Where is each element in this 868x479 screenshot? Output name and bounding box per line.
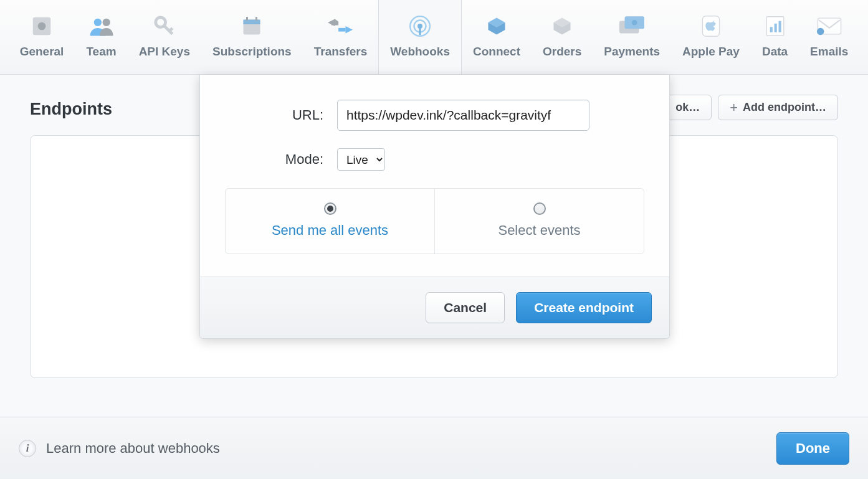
svg-point-2 bbox=[93, 18, 101, 26]
orders-icon bbox=[550, 14, 575, 39]
tab-emails[interactable]: Emails bbox=[799, 0, 859, 74]
info-icon: i bbox=[19, 440, 36, 457]
tab-orders[interactable]: Orders bbox=[532, 0, 593, 74]
calendar-icon bbox=[239, 14, 264, 39]
create-endpoint-button[interactable]: Create endpoint bbox=[516, 292, 652, 323]
svg-rect-11 bbox=[339, 27, 346, 31]
tab-label: Transfers bbox=[314, 45, 368, 59]
tab-subscriptions[interactable]: Subscriptions bbox=[201, 0, 303, 74]
tab-label: Orders bbox=[543, 45, 581, 59]
endpoint-toolbar: ok… + Add endpoint… bbox=[664, 95, 838, 120]
tab-api-keys[interactable]: API Keys bbox=[128, 0, 201, 74]
cancel-button[interactable]: Cancel bbox=[426, 292, 505, 323]
transfers-icon bbox=[328, 14, 353, 39]
svg-rect-21 bbox=[770, 27, 772, 32]
team-icon bbox=[89, 14, 114, 39]
apple-icon bbox=[699, 14, 723, 39]
button-label: Add endpoint… bbox=[743, 101, 826, 114]
svg-rect-23 bbox=[778, 21, 781, 32]
tab-apple-pay[interactable]: Apple Pay bbox=[671, 0, 751, 74]
svg-point-25 bbox=[817, 27, 824, 34]
partial-button[interactable]: ok… bbox=[664, 95, 712, 120]
tab-label: Apple Pay bbox=[682, 45, 740, 59]
tab-label: Subscriptions bbox=[212, 45, 292, 59]
tab-webhooks[interactable]: Webhooks bbox=[378, 0, 462, 74]
tab-label: Connect bbox=[473, 45, 520, 59]
svg-rect-7 bbox=[246, 17, 248, 21]
done-button[interactable]: Done bbox=[776, 432, 849, 465]
tab-payments[interactable]: Payments bbox=[593, 0, 671, 74]
send-all-events-option[interactable]: Send me all events bbox=[226, 189, 434, 254]
url-label: URL: bbox=[225, 107, 337, 123]
mode-label: Mode: bbox=[225, 151, 337, 168]
tab-team[interactable]: Team bbox=[75, 0, 127, 74]
svg-rect-8 bbox=[255, 17, 257, 21]
payments-icon bbox=[619, 14, 644, 39]
tab-label: Webhooks bbox=[390, 45, 450, 59]
tab-label: Payments bbox=[604, 45, 660, 59]
footer-bar: i Learn more about webhooks Done bbox=[0, 417, 868, 479]
button-label: Cancel bbox=[444, 300, 487, 315]
learn-more-link[interactable]: Learn more about webhooks bbox=[46, 440, 220, 457]
email-icon bbox=[817, 14, 842, 39]
option-label: Select events bbox=[498, 222, 580, 239]
modal-body: URL: Mode: Live Send me all events Selec… bbox=[200, 75, 669, 254]
add-endpoint-modal: URL: Mode: Live Send me all events Selec… bbox=[199, 75, 670, 339]
svg-rect-15 bbox=[419, 26, 421, 35]
event-mode-choice: Send me all events Select events bbox=[225, 188, 644, 254]
url-input[interactable] bbox=[337, 100, 589, 131]
radio-icon bbox=[324, 202, 336, 215]
mode-select[interactable]: Live bbox=[337, 148, 385, 171]
tab-label: Data bbox=[762, 45, 788, 59]
svg-point-18 bbox=[632, 20, 637, 26]
modal-footer: Cancel Create endpoint bbox=[200, 277, 669, 338]
key-icon bbox=[152, 14, 177, 39]
svg-rect-6 bbox=[244, 19, 260, 24]
svg-point-3 bbox=[102, 18, 110, 26]
button-label: Done bbox=[796, 440, 830, 456]
tab-label: Team bbox=[86, 45, 116, 59]
tab-general[interactable]: General bbox=[9, 0, 75, 74]
connect-icon bbox=[484, 14, 509, 39]
tab-connect[interactable]: Connect bbox=[462, 0, 532, 74]
add-endpoint-button[interactable]: + Add endpoint… bbox=[718, 95, 838, 120]
button-label: Create endpoint bbox=[534, 300, 634, 315]
tab-label: General bbox=[20, 45, 64, 59]
option-label: Send me all events bbox=[272, 222, 388, 239]
tab-label: API Keys bbox=[139, 45, 190, 59]
tab-transfers[interactable]: Transfers bbox=[303, 0, 379, 74]
svg-point-1 bbox=[38, 22, 46, 30]
gear-icon bbox=[29, 14, 54, 39]
data-icon bbox=[763, 14, 788, 39]
tab-data[interactable]: Data bbox=[751, 0, 799, 74]
tab-label: Emails bbox=[810, 45, 848, 59]
svg-rect-22 bbox=[774, 23, 776, 32]
button-label: ok… bbox=[675, 101, 700, 114]
radio-icon bbox=[533, 202, 546, 215]
settings-navigation: General Team API Keys Subscriptions Tran… bbox=[0, 0, 868, 75]
webhook-icon bbox=[408, 14, 432, 39]
footer-left: i Learn more about webhooks bbox=[19, 440, 220, 457]
select-events-option[interactable]: Select events bbox=[434, 189, 644, 254]
svg-marker-10 bbox=[346, 26, 353, 33]
